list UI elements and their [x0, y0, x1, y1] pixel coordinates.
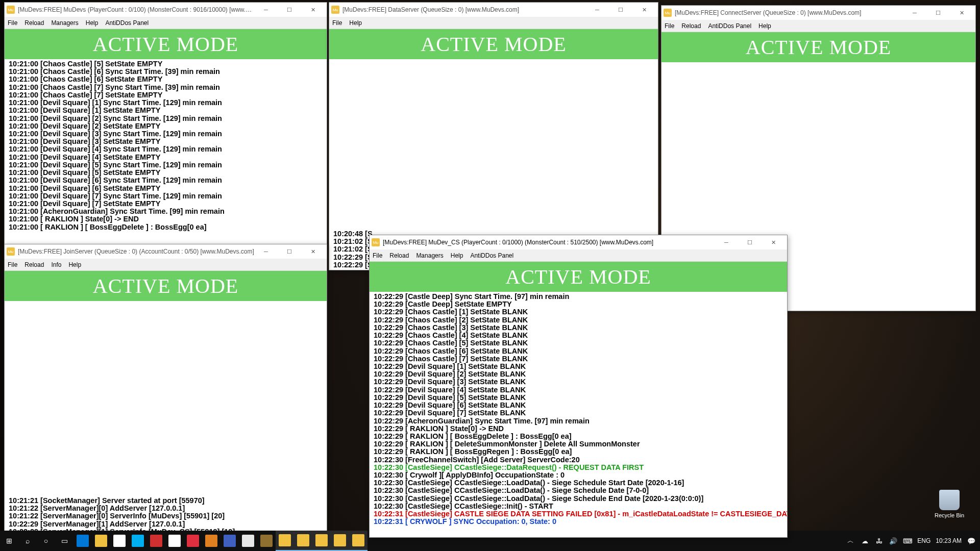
menu-antiddos-panel[interactable]: AntiDDos Panel: [470, 252, 513, 259]
log-line: 10:22:29 [Devil Square] [3] SetState BLA…: [374, 378, 783, 386]
titlebar[interactable]: Mu [MuDevs:FREE] MuDev_CS (PlayerCount :…: [370, 235, 787, 249]
maximize-button[interactable]: ☐: [278, 244, 301, 259]
title-text: [MuDevs:FREE] ConnectServer (QueueSize :…: [675, 9, 903, 16]
log-line: 10:22:29 [Devil Square] [5] SetState BLA…: [374, 394, 783, 402]
volume-icon[interactable]: 🔊: [889, 537, 898, 545]
log-line: 10:21:21 [SocketManager] Server started …: [9, 497, 323, 505]
window-mudevs[interactable]: Mu [MuDevs:FREE] MuDevs (PlayerCount : 0…: [4, 2, 327, 244]
titlebar[interactable]: Mu [MuDevs:FREE] JoinServer (QueueSize :…: [5, 244, 327, 259]
menu-help[interactable]: Help: [758, 22, 771, 30]
menu-managers[interactable]: Managers: [51, 19, 78, 27]
taskbar-opera[interactable]: [184, 531, 202, 551]
menu-file[interactable]: File: [332, 19, 342, 27]
log-area[interactable]: [329, 59, 658, 229]
taskbar-edge[interactable]: [74, 531, 92, 551]
log-area[interactable]: 10:21:00 [Chaos Castle] [5] SetState EMP…: [5, 59, 327, 244]
titlebar[interactable]: Mu [MuDevs:FREE] ConnectServer (QueueSiz…: [662, 6, 975, 20]
taskbar-srv1[interactable]: [276, 531, 294, 551]
log-line: 10:21:00 [Chaos Castle] [7] Sync Start T…: [9, 84, 323, 91]
log-line: 10:21:00 [Chaos Castle] [6] Sync Start T…: [9, 68, 323, 76]
menu-file[interactable]: File: [373, 252, 382, 259]
taskbar-search[interactable]: ⌕: [18, 531, 37, 551]
maximize-button[interactable]: ☐: [278, 3, 301, 17]
notifications-icon[interactable]: 💬: [967, 537, 976, 545]
log-line: 10:22:29 [Devil Square] [7] SetState BLA…: [374, 409, 783, 417]
menu-help[interactable]: Help: [68, 261, 81, 268]
log-line: 10:21:00 [AcheronGuardian] Sync Start Ti…: [9, 208, 323, 215]
close-button[interactable]: ✕: [632, 3, 656, 17]
taskbar-srv4[interactable]: [331, 531, 349, 551]
log-line: 10:21:00 [Devil Square] [6] SetState EMP…: [9, 185, 323, 192]
menu-file[interactable]: File: [665, 22, 674, 30]
tray-time[interactable]: 10:23 AM: [936, 537, 962, 544]
taskbar-store[interactable]: [110, 531, 129, 551]
log-line: 10:22:29 [ RAKLION ] State[0] -> END: [374, 425, 783, 433]
menu-antiddos-panel[interactable]: AntiDDos Panel: [708, 22, 751, 30]
taskbar-chrome[interactable]: [239, 531, 257, 551]
menu-help[interactable]: Help: [349, 19, 362, 27]
onedrive-icon[interactable]: ☁: [860, 537, 869, 545]
taskbar-cortana[interactable]: ○: [37, 531, 55, 551]
maximize-button[interactable]: ☐: [738, 235, 762, 249]
log-line: 10:22:30 [CastleSiege] CCastleSiege::Loa…: [374, 487, 783, 494]
menu-reload[interactable]: Reload: [681, 22, 701, 30]
system-tray[interactable]: ︿ ☁ 🖧 🔊 ⌨ ENG 10:23 AM 💬: [846, 531, 980, 551]
menu-reload[interactable]: Reload: [24, 19, 44, 27]
maximize-button[interactable]: ☐: [926, 6, 950, 20]
menu-help[interactable]: Help: [86, 19, 99, 27]
recycle-bin[interactable]: Recycle Bin: [934, 490, 965, 518]
window-joinserver[interactable]: Mu [MuDevs:FREE] JoinServer (QueueSize :…: [4, 244, 327, 537]
active-banner: ACTIVE MODE: [370, 262, 787, 292]
menu-managers[interactable]: Managers: [416, 252, 443, 259]
taskbar-vlc[interactable]: [202, 531, 220, 551]
log-line: 10:22:29 [Chaos Castle] [2] SetState BLA…: [374, 316, 783, 324]
title-text: [MuDevs:FREE] JoinServer (QueueSize : 0)…: [18, 248, 254, 255]
taskbar-srv5[interactable]: [349, 531, 368, 551]
taskbar-srv2[interactable]: [294, 531, 312, 551]
taskbar-shield[interactable]: [147, 531, 165, 551]
log-line: 10:22:29 [ RAKLION ] [ BossEggDelete ] :…: [374, 433, 783, 440]
minimize-button[interactable]: ─: [585, 3, 609, 17]
log-area[interactable]: [5, 301, 327, 496]
taskbar-ide[interactable]: [220, 531, 239, 551]
window-dataserver[interactable]: Mu [MuDevs:FREE] DataServer (QueueSize :…: [329, 2, 658, 270]
taskbar-tool[interactable]: [257, 531, 276, 551]
minimize-button[interactable]: ─: [715, 235, 738, 249]
chevron-up-icon[interactable]: ︿: [846, 536, 855, 545]
network-icon[interactable]: 🖧: [874, 537, 884, 545]
log-line: 10:21:00 [Devil Square] [4] SetState EMP…: [9, 154, 323, 161]
log-line: 10:21:00 [Devil Square] [5] Sync Start T…: [9, 161, 323, 169]
minimize-button[interactable]: ─: [254, 244, 278, 259]
titlebar[interactable]: Mu [MuDevs:FREE] MuDevs (PlayerCount : 0…: [5, 3, 327, 17]
window-mudev-cs[interactable]: Mu [MuDevs:FREE] MuDev_CS (PlayerCount :…: [369, 235, 788, 538]
menu-antiddos-panel[interactable]: AntiDDos Panel: [105, 19, 149, 27]
maximize-button[interactable]: ☐: [609, 3, 632, 17]
minimize-button[interactable]: ─: [254, 3, 278, 17]
close-button[interactable]: ✕: [950, 6, 973, 20]
close-button[interactable]: ✕: [301, 3, 325, 17]
menu-reload[interactable]: Reload: [24, 261, 44, 268]
taskbar-explorer[interactable]: [92, 531, 110, 551]
taskbar-taskview[interactable]: ▭: [55, 531, 74, 551]
log-area[interactable]: 10:22:29 [Castle Deep] Sync Start Time. …: [370, 292, 787, 537]
menu-reload[interactable]: Reload: [389, 252, 409, 259]
menu-info[interactable]: Info: [51, 261, 61, 268]
input-icon[interactable]: ⌨: [903, 537, 912, 545]
menu-help[interactable]: Help: [451, 252, 463, 259]
log-line: 10:22:29 [Chaos Castle] [5] SetState BLA…: [374, 339, 783, 347]
titlebar[interactable]: Mu [MuDevs:FREE] DataServer (QueueSize :…: [329, 3, 658, 17]
log-line: 10:22:29 [Castle Deep] SetState EMPTY: [374, 300, 783, 308]
taskbar-notepad[interactable]: [165, 531, 184, 551]
taskbar-start[interactable]: ⊞: [0, 531, 18, 551]
log-line: 10:22:30 [CastleSiege] CCastleSiege::Ini…: [374, 503, 783, 510]
active-banner: ACTIVE MODE: [662, 32, 975, 62]
minimize-button[interactable]: ─: [903, 6, 926, 20]
tray-lang[interactable]: ENG: [917, 537, 930, 544]
menu-file[interactable]: File: [8, 261, 17, 268]
taskbar-skype[interactable]: [129, 531, 147, 551]
log-line: 10:21:00 [Chaos Castle] [5] SetState EMP…: [9, 60, 323, 68]
close-button[interactable]: ✕: [301, 244, 325, 259]
taskbar-srv3[interactable]: [312, 531, 331, 551]
close-button[interactable]: ✕: [762, 235, 785, 249]
menu-file[interactable]: File: [8, 19, 17, 27]
